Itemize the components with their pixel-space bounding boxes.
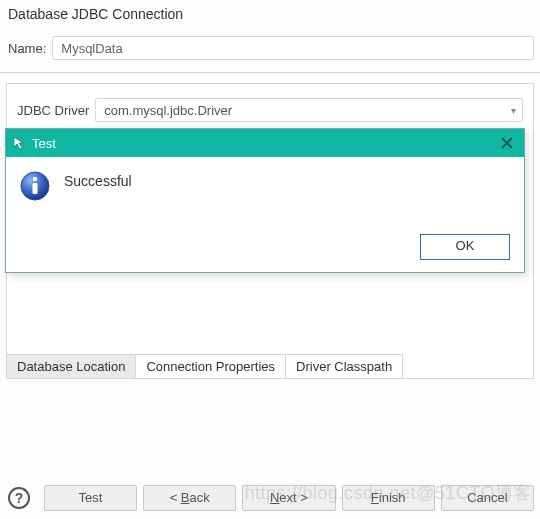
page-title: Database JDBC Connection — [0, 0, 540, 32]
dialog-body: Successful — [6, 157, 524, 201]
close-icon — [501, 137, 513, 149]
jdbc-driver-value: com.mysql.jdbc.Driver — [104, 103, 232, 118]
tabs: Database Location Connection Properties … — [6, 354, 402, 379]
name-label: Name: — [8, 41, 46, 56]
help-icon[interactable]: ? — [8, 487, 30, 509]
close-button[interactable] — [498, 134, 516, 152]
svg-rect-4 — [33, 183, 38, 194]
name-row: Name: — [0, 32, 540, 73]
test-dialog: Test Successful — [5, 128, 525, 273]
jdbc-driver-row: JDBC Driver com.mysql.jdbc.Driver ▾ — [7, 84, 533, 126]
info-icon — [20, 171, 50, 201]
cursor-icon — [12, 136, 26, 150]
svg-point-3 — [33, 177, 37, 181]
tab-database-location[interactable]: Database Location — [6, 354, 136, 379]
next-button[interactable]: Next > — [242, 485, 335, 511]
wizard-footer: ? Test < Back Next > Finish Cancel — [0, 477, 540, 519]
finish-button[interactable]: Finish — [342, 485, 435, 511]
jdbc-driver-label: JDBC Driver — [17, 103, 89, 118]
chevron-down-icon: ▾ — [511, 105, 516, 116]
back-button[interactable]: < Back — [143, 485, 236, 511]
dialog-button-row: OK — [420, 234, 510, 260]
cancel-button[interactable]: Cancel — [441, 485, 534, 511]
jdbc-driver-select[interactable]: com.mysql.jdbc.Driver ▾ — [95, 98, 523, 122]
dialog-titlebar: Test — [6, 129, 524, 157]
dialog-title: Test — [32, 136, 56, 151]
dialog-message: Successful — [64, 171, 132, 189]
tab-connection-properties[interactable]: Connection Properties — [135, 354, 286, 379]
tab-driver-classpath[interactable]: Driver Classpath — [285, 354, 403, 379]
ok-button[interactable]: OK — [420, 234, 510, 260]
name-input[interactable] — [52, 36, 534, 60]
test-button[interactable]: Test — [44, 485, 137, 511]
